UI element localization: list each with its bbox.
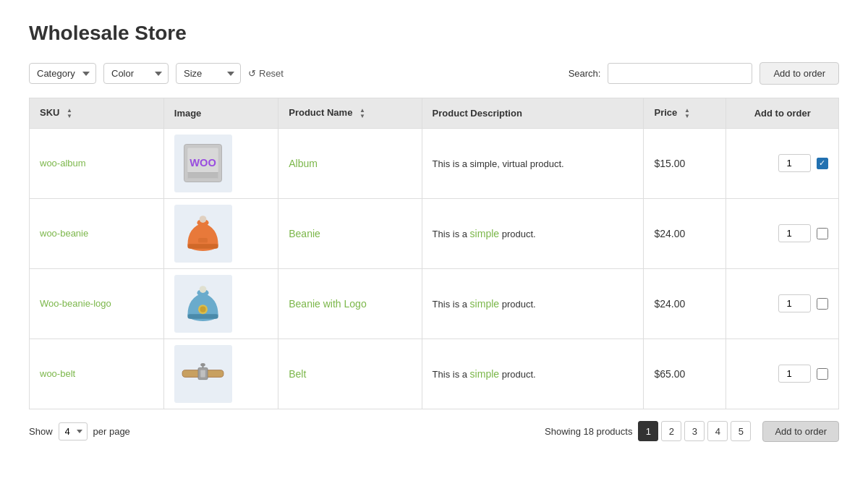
sku-sort-arrows[interactable]: ▲▼: [67, 108, 72, 119]
th-add-to-order: Add to order: [726, 98, 839, 129]
th-price: Price ▲▼: [644, 98, 726, 129]
image-cell: [163, 268, 278, 339]
svg-rect-9: [198, 238, 208, 243]
category-filter[interactable]: Category: [29, 63, 96, 84]
svg-point-13: [200, 286, 207, 293]
svg-rect-4: [188, 173, 218, 179]
footer: Show 4 per page Showing 18 products 1 2 …: [29, 421, 839, 442]
product-name-cell: Belt: [278, 339, 422, 409]
svg-point-8: [200, 216, 207, 223]
showing-text: Showing 18 products: [545, 426, 632, 437]
product-image: WOO: [174, 135, 232, 192]
product-name-link[interactable]: Beanie with Logo: [289, 298, 366, 310]
product-name-link[interactable]: Belt: [289, 368, 306, 380]
add-checkbox[interactable]: [817, 298, 828, 310]
table-row: woo-beanie BeanieThis is a simple produc…: [30, 198, 839, 268]
image-cell: WOO: [163, 128, 278, 198]
quantity-input[interactable]: [778, 294, 811, 312]
svg-rect-11: [188, 314, 218, 319]
description-text: This is a simple product.: [433, 369, 536, 380]
page-btn-4[interactable]: 4: [707, 421, 728, 441]
sku-cell: woo-belt: [30, 339, 164, 409]
color-filter[interactable]: Color: [103, 63, 169, 84]
page-btn-3[interactable]: 3: [684, 421, 705, 441]
price-cell: $15.00: [644, 128, 726, 198]
pagination: 1 2 3 4 5: [638, 421, 751, 441]
toolbar: Category Color Size ↺ Reset Search: Add …: [29, 62, 839, 85]
description-text: This is a simple product.: [433, 299, 536, 310]
product-image: [174, 275, 232, 333]
page-btn-5[interactable]: 5: [731, 421, 751, 441]
sku-cell: woo-beanie: [30, 198, 164, 268]
quantity-input[interactable]: [778, 154, 811, 172]
table-row: woo-belt BeltThis is a simple product.$6…: [30, 339, 839, 409]
add-to-order-cell: [726, 198, 839, 268]
product-name-link[interactable]: Beanie: [289, 228, 320, 239]
svg-rect-19: [201, 370, 206, 378]
quantity-input[interactable]: [778, 224, 811, 242]
price-sort-arrows[interactable]: ▲▼: [684, 108, 690, 119]
th-product-description: Product Description: [422, 98, 644, 129]
add-checkbox[interactable]: [817, 368, 828, 380]
add-to-order-cell: [726, 268, 839, 339]
quantity-input[interactable]: [778, 365, 811, 383]
sku-cell: woo-album: [30, 128, 164, 198]
description-text: This is a simple, virtual product.: [433, 158, 564, 169]
reset-icon: ↺: [248, 68, 256, 79]
search-input[interactable]: [608, 63, 752, 84]
sku-cell: Woo-beanie-logo: [30, 268, 164, 339]
product-name-link[interactable]: Album: [289, 158, 318, 169]
description-cell: This is a simple product.: [422, 268, 644, 339]
th-image: Image: [163, 98, 278, 129]
table-header-row: SKU ▲▼ Image Product Name ▲▼ Product Des…: [30, 98, 839, 129]
price-cell: $24.00: [644, 198, 726, 268]
add-to-order-cell: [726, 339, 839, 409]
add-to-order-button-bottom[interactable]: Add to order: [762, 421, 839, 442]
simple-link[interactable]: simple: [470, 368, 499, 380]
show-label: Show: [29, 426, 53, 437]
product-name-cell: Album: [278, 128, 422, 198]
price-cell: $24.00: [644, 268, 726, 339]
per-page-select[interactable]: 4: [59, 422, 88, 440]
table-row: woo-album WOO AlbumThis is a simple, vir…: [30, 128, 839, 198]
description-text: This is a simple product.: [433, 229, 536, 239]
simple-link[interactable]: simple: [470, 298, 499, 310]
page-btn-2[interactable]: 2: [661, 421, 681, 441]
product-name-cell: Beanie: [278, 198, 422, 268]
product-name-cell: Beanie with Logo: [278, 268, 422, 339]
th-product-name: Product Name ▲▼: [278, 98, 422, 129]
reset-button[interactable]: ↺ Reset: [248, 68, 284, 79]
svg-text:WOO: WOO: [190, 157, 217, 169]
size-filter[interactable]: Size: [176, 63, 241, 84]
svg-rect-6: [188, 244, 218, 249]
add-checkbox[interactable]: [817, 158, 828, 169]
image-cell: [163, 339, 278, 409]
per-page-label: per page: [93, 426, 130, 437]
products-table: SKU ▲▼ Image Product Name ▲▼ Product Des…: [29, 98, 839, 409]
add-to-order-button-top[interactable]: Add to order: [760, 62, 839, 85]
description-cell: This is a simple product.: [422, 339, 644, 409]
name-sort-arrows[interactable]: ▲▼: [359, 108, 365, 119]
svg-point-21: [201, 363, 206, 367]
product-image: [174, 345, 232, 403]
th-sku: SKU ▲▼: [30, 98, 164, 129]
svg-point-15: [200, 307, 206, 312]
page-btn-1[interactable]: 1: [638, 421, 658, 441]
add-checkbox[interactable]: [817, 228, 828, 239]
product-image: [174, 205, 232, 263]
add-to-order-cell: [726, 128, 839, 198]
price-cell: $65.00: [644, 339, 726, 409]
image-cell: [163, 198, 278, 268]
search-label: Search:: [569, 68, 601, 79]
description-cell: This is a simple, virtual product.: [422, 128, 644, 198]
description-cell: This is a simple product.: [422, 198, 644, 268]
page-title: Wholesale Store: [29, 22, 839, 45]
table-row: Woo-beanie-logo Beanie with LogoThis is …: [30, 268, 839, 339]
simple-link[interactable]: simple: [470, 228, 499, 239]
